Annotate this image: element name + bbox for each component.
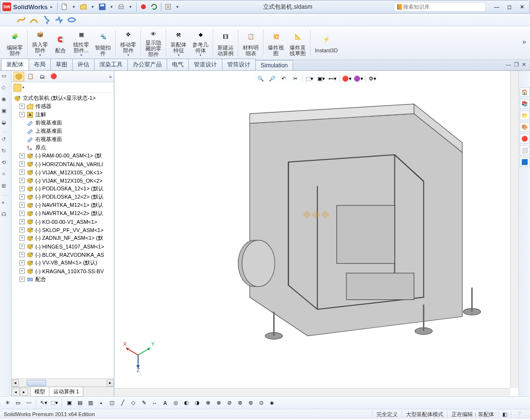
tab-electrical[interactable]: 电气 [167, 59, 189, 70]
expand-toggle-icon[interactable]: + [19, 227, 25, 233]
lt-icon-11[interactable]: ⌖ [1, 200, 10, 208]
reference-geom-button[interactable]: ◆参考几 何体▾ [189, 28, 211, 58]
expand-toggle-icon[interactable]: + [19, 252, 25, 257]
tree-node[interactable]: +传感器 [12, 102, 114, 110]
scroll-thumb[interactable] [27, 380, 46, 386]
tree-node[interactable]: +(-) BLOK_RAZVODNIKA_AS [12, 250, 114, 259]
tree-node[interactable]: +(-) PODLOSKA_12<1> (默认 [12, 185, 114, 193]
tab-piping[interactable]: 管道设计 [188, 59, 222, 70]
print-dropdown-icon[interactable]: ▾ [129, 4, 132, 9]
tab-nav-left-icon[interactable]: ◂ [12, 388, 20, 396]
viewport-scrollbar-v[interactable] [510, 71, 518, 388]
print-icon[interactable] [117, 2, 125, 11]
bb-filter-plane-icon[interactable]: ◇ [129, 399, 138, 407]
new-file-icon[interactable] [60, 2, 69, 11]
lt-icon-8[interactable]: ⟲ [1, 159, 10, 168]
lt-icon-6[interactable]: ↺ [1, 136, 10, 145]
tab-render[interactable]: 渲染工具 [94, 59, 128, 70]
save-dropdown-icon[interactable]: ▾ [110, 4, 113, 9]
curve-icon[interactable] [29, 15, 39, 25]
bottom-tab-motion[interactable]: 运动算例 1 [49, 387, 83, 397]
expand-toggle-icon[interactable]: + [19, 161, 25, 167]
bb-star-icon[interactable]: ✳ [3, 399, 12, 407]
viewport-scrollbar-h[interactable] [114, 388, 510, 396]
project-curve-icon[interactable] [67, 15, 77, 25]
options-dropdown-icon[interactable]: ▾ [176, 4, 179, 9]
bb-filter-misc3-icon[interactable]: ◑ [193, 399, 202, 407]
bb-filter-sketch-icon[interactable]: ✎ [140, 399, 148, 407]
stop-icon[interactable] [139, 2, 148, 11]
tree-node[interactable]: +(-) PODLOSKA_12<2> (默认 [12, 193, 114, 201]
bb-filter-misc9-icon[interactable]: ⊙ [257, 399, 265, 407]
tree-tab-property-icon[interactable]: 📋 [25, 72, 36, 81]
bb-filter-dim-icon[interactable]: ↔ [150, 399, 159, 407]
close-button[interactable]: ✕ [516, 3, 528, 11]
expand-toggle-icon[interactable]: + [19, 170, 25, 175]
tree-node[interactable]: 右视基准面 [12, 135, 114, 143]
search-input[interactable] [403, 4, 483, 10]
minimize-button[interactable]: — [491, 3, 502, 11]
tp-library-icon[interactable]: 📚 [520, 99, 530, 109]
expand-toggle-icon[interactable]: + [19, 235, 25, 241]
explode-sketch-button[interactable]: 📐爆炸直 线草图 [287, 28, 309, 58]
expand-toggle-icon[interactable]: + [19, 211, 25, 216]
instant3d-button[interactable]: ⚡Instant3D [312, 28, 341, 58]
edit-component-button[interactable]: 🧩编辑零 部件 [4, 28, 26, 58]
status-help-icon[interactable]: ❔ [511, 411, 526, 418]
bb-filter-vertex-icon[interactable]: ▪ [97, 399, 106, 407]
lt-icon-5[interactable]: ◒ [1, 119, 10, 128]
bb-filter-misc1-icon[interactable]: ◎ [171, 399, 180, 407]
bb-filter-edge-icon[interactable]: ▥ [86, 399, 95, 407]
open-file-icon[interactable] [79, 2, 88, 11]
expand-toggle-icon[interactable]: + [19, 244, 25, 249]
doc-close-icon[interactable]: ✕ [522, 62, 526, 68]
expand-toggle-icon[interactable]: + [19, 260, 25, 265]
tree-node[interactable]: +(-) NAVRTKA_M12<2> (默认 [12, 209, 114, 218]
lt-icon-12[interactable]: ☊ [1, 211, 10, 220]
tab-simulation[interactable]: Simulation [255, 60, 293, 70]
move-component-button[interactable]: ✥移动零 部件▾ [117, 28, 139, 58]
expand-toggle-icon[interactable]: + [19, 104, 25, 109]
tree-node[interactable]: +(-) HINGES_14107_ASM<1> [12, 242, 114, 250]
expand-toggle-icon[interactable]: + [19, 178, 25, 183]
lt-icon-1[interactable]: ▭ [1, 73, 10, 81]
spline-icon[interactable] [16, 15, 26, 25]
filter-chevron-icon[interactable]: ▾ [22, 85, 24, 90]
tab-evaluate[interactable]: 评估 [72, 59, 94, 70]
new-dropdown-icon[interactable]: ▾ [73, 4, 75, 9]
lt-icon-7[interactable]: ↻ [1, 148, 10, 156]
tree-node[interactable]: +配合 [12, 275, 114, 283]
expand-toggle-icon[interactable]: + [19, 268, 25, 274]
tp-decal-icon[interactable]: 🟦 [520, 157, 530, 167]
expand-toggle-icon[interactable]: + [19, 219, 25, 224]
save-icon[interactable] [98, 2, 107, 11]
expand-toggle-icon[interactable]: + [19, 194, 25, 200]
new-motion-study-button[interactable]: 🎞新建运 动算例 [215, 28, 236, 58]
helix-icon[interactable] [42, 15, 51, 25]
bb-filter-misc5-icon[interactable]: ⊗ [214, 399, 223, 407]
bb-select-icon[interactable]: ▭ [14, 399, 22, 407]
maximize-button[interactable]: ◻ [503, 3, 515, 11]
tab-tubing[interactable]: 管筒设计 [222, 59, 256, 70]
scroll-left-icon[interactable]: ◂ [12, 379, 19, 387]
mate-button[interactable]: 🧲配合 [51, 28, 70, 58]
tp-custom-icon[interactable]: ⬜ [520, 145, 530, 155]
bb-filter-note-icon[interactable]: A [161, 399, 170, 407]
tree-node[interactable]: +(-) ZADNJI_NF_ASM<1> (默 [12, 234, 114, 242]
tree-node[interactable]: +(-) HORIZONTALNA_VARILI [12, 160, 114, 168]
tree-node[interactable]: +(-) VIJAK_M12X105_OK<2> [12, 176, 114, 185]
tp-home-icon[interactable]: 🏠 [520, 87, 530, 97]
tree-tab-config-icon[interactable]: 🗂 [37, 72, 47, 81]
bb-filter-misc6-icon[interactable]: ⊘ [225, 399, 234, 407]
expand-toggle-icon[interactable]: + [19, 112, 25, 117]
assembly-features-button[interactable]: 🛠装配体 特征▾ [168, 28, 189, 58]
bb-select2-icon[interactable]: ⬚▾ [50, 399, 59, 407]
bb-filter-face-icon[interactable]: ▤ [76, 399, 84, 407]
tab-layout[interactable]: 布局 [29, 59, 51, 70]
bb-filter-misc2-icon[interactable]: ◐ [182, 399, 191, 407]
tree-tab-display-icon[interactable]: 🔴 [48, 72, 59, 81]
tree-node[interactable]: +A注解 [12, 110, 114, 119]
tree-node[interactable]: 前视基准面 [12, 119, 114, 127]
tab-assembly[interactable]: 装配体 [1, 59, 29, 70]
expand-toggle-icon[interactable]: + [19, 153, 25, 158]
